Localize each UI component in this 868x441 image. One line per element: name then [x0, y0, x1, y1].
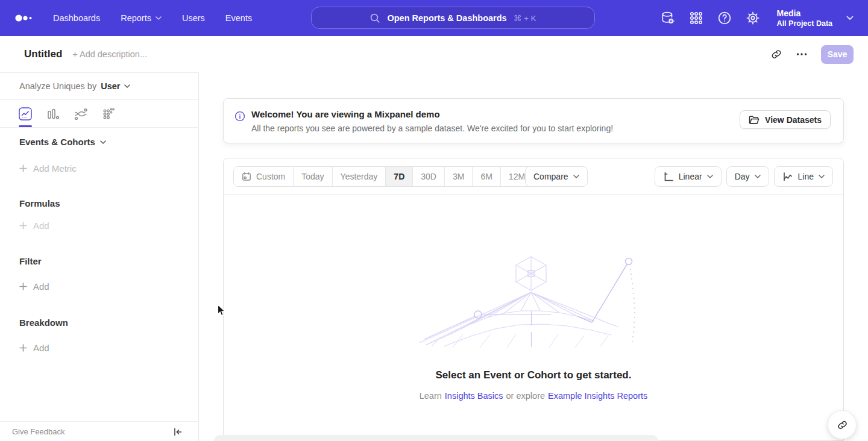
insights-basics-link[interactable]: Insights Basics — [445, 391, 503, 401]
or-explore-text: or explore — [506, 391, 545, 401]
report-description-placeholder[interactable]: + Add description... — [72, 49, 147, 59]
scale-label: Linear — [679, 172, 702, 181]
chevron-down-icon[interactable] — [846, 16, 854, 20]
report-header-actions: Save — [770, 45, 854, 64]
analyze-value-dropdown[interactable]: User — [101, 81, 120, 91]
date-range-label: 6M — [480, 172, 492, 181]
nav-right-group: Media All Project Data — [660, 0, 854, 36]
chevron-down-icon — [755, 175, 761, 178]
analyze-label: Analyze Uniques by — [19, 81, 96, 91]
banner-body: All the reports you see are powered by a… — [251, 124, 613, 133]
breakdown-label: Breakdown — [19, 317, 68, 328]
data-management-icon[interactable] — [660, 10, 676, 26]
chevron-down-icon — [100, 140, 106, 144]
date-range-7d[interactable]: 7D — [386, 167, 413, 186]
metric-type-tabs — [0, 100, 198, 128]
date-range-label: Custom — [256, 172, 285, 181]
add-breakdown-button[interactable]: Add — [19, 343, 49, 353]
active-tab-indicator — [19, 125, 32, 127]
interval-label: Day — [735, 172, 750, 181]
analyze-row: Analyze Uniques by User — [0, 73, 198, 100]
nav-item-users[interactable]: Users — [182, 13, 205, 23]
add-filter-button[interactable]: Add — [19, 281, 49, 292]
compare-button[interactable]: Compare — [525, 166, 588, 187]
nav-item-label: Events — [225, 13, 252, 23]
learn-prefix: Learn — [420, 391, 442, 401]
date-range-yesterday[interactable]: Yesterday — [333, 167, 386, 186]
more-options-icon[interactable] — [796, 48, 808, 60]
settings-gear-icon[interactable] — [745, 10, 761, 26]
date-range-label: 3M — [453, 172, 464, 181]
plus-icon — [19, 164, 27, 172]
save-button[interactable]: Save — [821, 45, 854, 64]
chart-type-dropdown[interactable]: Line — [774, 166, 833, 187]
nav-item-label: Users — [182, 13, 205, 23]
search-shortcut: ⌘ + K — [514, 13, 536, 23]
chart-display-controls: Linear Day Line — [655, 166, 833, 187]
date-range-6m[interactable]: 6M — [473, 167, 500, 186]
date-range-today[interactable]: Today — [294, 167, 332, 186]
date-range-3m[interactable]: 3M — [445, 167, 473, 186]
insights-report-card: Custom Today Yesterday 7D 30D 3M 6M 12M … — [223, 158, 844, 441]
chart-type-label: Line — [798, 172, 814, 181]
plus-icon — [19, 283, 27, 290]
tab-insights-icon[interactable] — [18, 107, 33, 121]
give-feedback-link[interactable]: Give Feedback — [12, 427, 64, 436]
date-range-label: Today — [301, 172, 324, 181]
events-cohorts-section[interactable]: Events & Cohorts — [19, 137, 106, 147]
mixpanel-logo-icon[interactable] — [14, 14, 34, 22]
plus-icon — [19, 344, 27, 352]
filter-section: Filter — [19, 256, 42, 266]
project-name: Media — [777, 8, 832, 19]
date-range-30d[interactable]: 30D — [413, 167, 445, 186]
nav-menu: Dashboards Reports Users Events — [53, 13, 252, 23]
project-switcher[interactable]: Media All Project Data — [777, 8, 832, 28]
apps-grid-icon[interactable] — [688, 10, 704, 26]
date-range-label: Yesterday — [341, 172, 378, 181]
add-metric-label: Add Metric — [33, 163, 77, 174]
empty-state-heading: Select an Event or Cohort to get started… — [224, 369, 843, 381]
date-range-selector: Custom Today Yesterday 7D 30D 3M 6M 12M — [233, 166, 533, 187]
tab-flows-icon[interactable] — [74, 107, 88, 121]
tab-bar-chart-icon[interactable] — [46, 107, 60, 121]
example-reports-link[interactable]: Example Insights Reports — [548, 391, 647, 401]
collapse-sidebar-icon[interactable] — [173, 427, 183, 437]
nav-item-dashboards[interactable]: Dashboards — [53, 13, 100, 23]
global-search-input[interactable]: Open Reports & Dashboards ⌘ + K — [311, 7, 595, 29]
compare-label: Compare — [533, 172, 568, 181]
nav-item-reports[interactable]: Reports — [121, 13, 162, 23]
chevron-down-icon — [819, 175, 825, 178]
welcome-banner: Welcome! You are viewing a Mixpanel demo… — [223, 98, 844, 143]
add-formula-label: Add — [33, 220, 49, 231]
add-metric-button[interactable]: Add Metric — [19, 163, 77, 174]
top-nav: Dashboards Reports Users Events Open Rep… — [0, 0, 868, 36]
nav-item-label: Dashboards — [53, 13, 100, 23]
scale-dropdown[interactable]: Linear — [655, 166, 722, 187]
line-chart-icon — [782, 171, 793, 182]
help-icon[interactable] — [717, 10, 732, 26]
search-icon — [370, 13, 380, 23]
report-header: Untitled + Add description... Save — [0, 36, 868, 72]
empty-state-subtext: Learn Insights Basics or explore Example… — [224, 391, 843, 401]
date-range-label: 30D — [421, 172, 436, 181]
chart-controls-row: Custom Today Yesterday 7D 30D 3M 6M 12M … — [224, 158, 843, 195]
share-link-fab[interactable] — [828, 410, 857, 439]
add-breakdown-label: Add — [33, 343, 49, 353]
formulas-label: Formulas — [19, 198, 60, 208]
nav-item-events[interactable]: Events — [225, 13, 252, 23]
chevron-down-icon[interactable] — [124, 84, 130, 88]
bottom-panel-edge — [214, 435, 658, 441]
info-icon — [234, 111, 245, 122]
banner-title: Welcome! You are viewing a Mixpanel demo — [251, 109, 440, 119]
tab-retention-icon[interactable] — [101, 107, 116, 121]
interval-dropdown[interactable]: Day — [726, 166, 769, 187]
filter-label: Filter — [19, 256, 42, 266]
view-datasets-button[interactable]: View Datasets — [740, 110, 831, 129]
view-datasets-label: View Datasets — [765, 115, 822, 125]
date-range-custom[interactable]: Custom — [234, 167, 294, 186]
add-formula-button[interactable]: Add — [19, 220, 49, 231]
events-cohorts-label: Events & Cohorts — [19, 137, 95, 147]
report-title[interactable]: Untitled — [24, 48, 62, 60]
copy-link-icon[interactable] — [770, 48, 782, 60]
query-builder-sidebar: Analyze Uniques by User — [0, 72, 199, 441]
